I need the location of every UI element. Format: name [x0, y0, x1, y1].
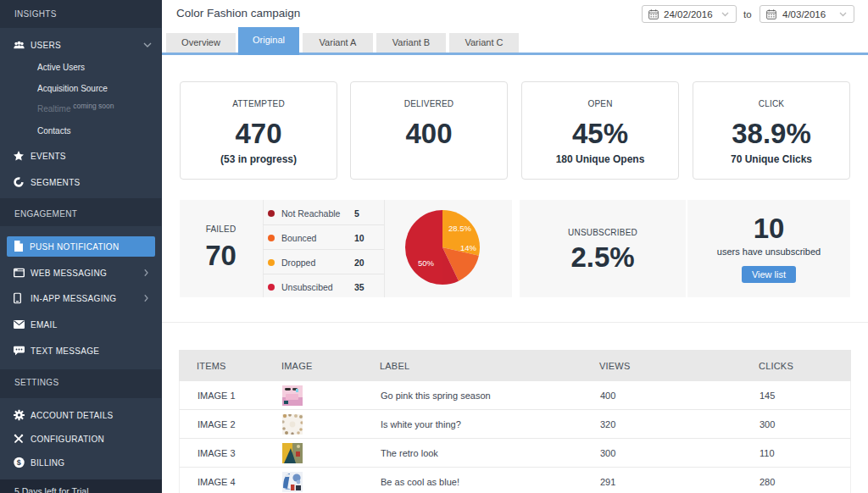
svg-text:$: $ [17, 458, 21, 467]
